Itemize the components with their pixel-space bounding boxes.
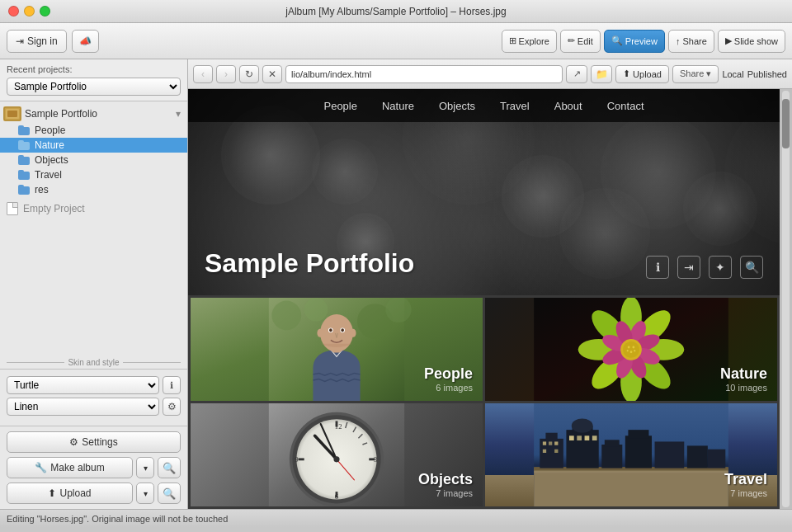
make-album-dropdown-button[interactable]: ▾ (136, 457, 154, 478)
tree-item-res[interactable]: res (0, 182, 187, 197)
svg-rect-84 (534, 471, 728, 473)
minimize-window-button[interactable] (24, 6, 35, 16)
published-label[interactable]: Published (747, 69, 787, 79)
local-label[interactable]: Local (722, 69, 743, 79)
search-hero-icon[interactable]: 🔍 (740, 256, 763, 279)
search-icon: 🔍 (163, 487, 176, 500)
status-text: Editing "Horses.jpg". Original image wil… (7, 514, 228, 524)
folder-icon (18, 170, 31, 180)
make-album-button[interactable]: 🔧 Make album (7, 457, 133, 478)
nav-people[interactable]: People (323, 100, 356, 112)
folder-open-icon: 📁 (596, 68, 608, 80)
empty-project-item[interactable]: Empty Project (0, 197, 187, 220)
recent-projects-section: Recent projects: Sample Portfolio (0, 59, 187, 101)
chevron-down-icon: ▾ (144, 464, 148, 473)
scrollbar-track[interactable] (782, 91, 790, 507)
gallery-item-objects[interactable]: 12 3 6 9 Objects 7 images (191, 403, 483, 506)
svg-rect-73 (569, 435, 574, 440)
nav-about[interactable]: About (554, 100, 582, 112)
address-upload-button[interactable]: ⬆ Upload (615, 65, 669, 83)
nav-nature[interactable]: Nature (382, 100, 414, 112)
svg-point-55 (333, 456, 339, 462)
back-button[interactable]: ‹ (193, 65, 213, 83)
svg-rect-65 (543, 441, 546, 445)
main-container: Recent projects: Sample Portfolio Sample… (0, 59, 792, 509)
svg-rect-79 (625, 435, 652, 468)
tree-item-people[interactable]: People (0, 123, 187, 138)
hero-action-icons: ℹ ⇥ ✦ 🔍 (646, 256, 763, 279)
svg-point-10 (317, 329, 323, 337)
announcement-button[interactable]: 📣 (72, 30, 99, 53)
skin-style-section: Turtle ℹ Linen ⚙ (0, 369, 187, 426)
web-preview: People Nature Objects Travel About Conta… (188, 89, 792, 509)
close-window-button[interactable] (8, 6, 19, 16)
address-share-button[interactable]: Share ▾ (672, 65, 719, 83)
edit-button[interactable]: ✏ Edit (560, 30, 601, 53)
new-hero-icon[interactable]: ✦ (709, 256, 732, 279)
scrollbar-thumb[interactable] (782, 99, 790, 148)
svg-rect-74 (577, 435, 582, 440)
magnifier-icon: 🔍 (611, 35, 623, 46)
tree-item-nature[interactable]: Nature (0, 138, 187, 153)
window-controls[interactable] (8, 6, 50, 16)
stop-button[interactable]: ✕ (262, 65, 282, 83)
upload-dropdown-button[interactable]: ▾ (136, 483, 154, 504)
gallery-item-nature[interactable]: Nature 10 images (485, 298, 777, 401)
tree-root-item[interactable]: Sample Portfolio ▾ (0, 105, 187, 123)
svg-text:9: 9 (295, 455, 298, 464)
nature-label: Nature 10 images (710, 357, 777, 401)
sign-in-button[interactable]: ⇥ Sign in (7, 30, 67, 53)
svg-point-38 (627, 350, 629, 351)
preview-scrollbar[interactable] (780, 89, 792, 509)
nav-contact[interactable]: Contact (607, 100, 644, 112)
style-row: Linen ⚙ (7, 398, 181, 416)
gallery-item-travel[interactable]: Travel 7 images (485, 403, 777, 506)
preview-button[interactable]: 🔍 Preview (604, 30, 665, 53)
info-hero-icon[interactable]: ℹ (646, 256, 669, 279)
hero-area: People Nature Objects Travel About Conta… (188, 89, 780, 295)
url-bar[interactable]: lio/album/index.html (285, 65, 563, 83)
reload-button[interactable]: ↻ (239, 65, 259, 83)
upload-button[interactable]: ⬆ Upload (7, 483, 133, 504)
svg-point-5 (304, 298, 328, 322)
explore-button[interactable]: ⊞ Explore (502, 30, 557, 53)
reload-icon: ↻ (245, 68, 253, 80)
tree-item-travel[interactable]: Travel (0, 167, 187, 182)
nav-objects[interactable]: Objects (439, 100, 475, 112)
svg-rect-61 (534, 468, 728, 506)
share-hero-icon[interactable]: ⇥ (677, 256, 700, 279)
svg-rect-66 (549, 441, 552, 445)
skin-select[interactable]: Turtle (7, 376, 159, 394)
share-button[interactable]: ↑ Share (668, 30, 714, 53)
maximize-window-button[interactable] (40, 6, 50, 16)
svg-point-72 (572, 419, 593, 433)
tree-item-objects[interactable]: Objects (0, 153, 187, 167)
forward-button[interactable]: › (216, 65, 236, 83)
make-album-zoom-button[interactable]: 🔍 (158, 457, 181, 478)
svg-text:12: 12 (335, 422, 342, 431)
folder-icon (18, 140, 31, 150)
skin-info-button[interactable]: ℹ (163, 376, 181, 394)
svg-rect-80 (628, 430, 648, 438)
recent-projects-select[interactable]: Sample Portfolio (7, 78, 181, 96)
forward-arrow-icon: › (224, 68, 228, 80)
style-select[interactable]: Linen (7, 398, 159, 416)
svg-rect-76 (592, 435, 597, 440)
travel-label: Travel 7 images (714, 463, 777, 506)
settings-button[interactable]: ⚙ Settings (7, 431, 181, 453)
bottom-buttons: ⚙ Settings 🔧 Make album ▾ 🔍 ⬆ Upload (0, 426, 187, 509)
open-folder-button[interactable]: 📁 (591, 65, 612, 83)
folder-icon (18, 125, 31, 135)
upload-zoom-button[interactable]: 🔍 (158, 483, 181, 504)
megaphone-icon: 📣 (79, 35, 92, 47)
nav-travel[interactable]: Travel (500, 100, 530, 112)
svg-rect-69 (554, 450, 558, 453)
svg-rect-70 (566, 430, 598, 468)
style-settings-button[interactable]: ⚙ (163, 398, 181, 416)
slideshow-button[interactable]: ▶ Slide show (718, 30, 785, 53)
open-in-browser-button[interactable]: ↗ (566, 65, 587, 83)
svg-point-39 (634, 350, 635, 351)
recent-projects-label: Recent projects: (7, 64, 181, 74)
gallery-item-people[interactable]: People 6 images (191, 298, 483, 401)
pencil-icon: ✏ (568, 35, 575, 46)
